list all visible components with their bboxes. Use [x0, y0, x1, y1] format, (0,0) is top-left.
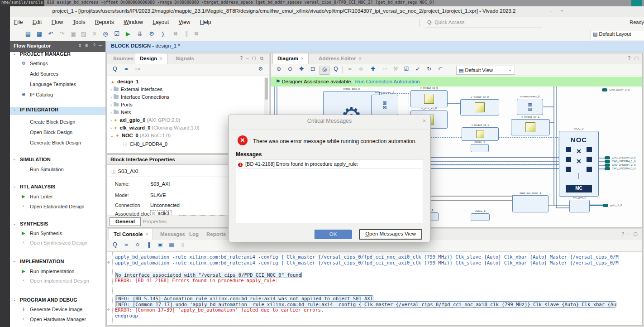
port-pill[interactable]: [602, 88, 607, 91]
add-ip-icon[interactable]: ✚: [368, 66, 377, 74]
fn-section-rtl-analysis[interactable]: ⌄RTL ANALYSIS: [10, 184, 105, 192]
menu-tools[interactable]: Tools: [68, 17, 89, 27]
zoom-out-icon[interactable]: ⊖: [286, 66, 295, 74]
fn-item-generate-device-image[interactable]: ⇓Generate Device Image: [10, 307, 105, 315]
search-icon[interactable]: Q: [110, 241, 119, 250]
block-v-frmbuf-wr-1[interactable]: v_frmbuf_wr_1: [511, 119, 550, 135]
settings-gear-icon[interactable]: ⚙: [147, 30, 156, 38]
collapse-icon[interactable]: ≍: [345, 66, 354, 74]
tab-tcl-console[interactable]: Tcl Console×: [109, 229, 153, 240]
port-pill[interactable]: [603, 204, 608, 207]
float-panel-icon[interactable]: ⧉: [260, 56, 263, 61]
regenerate-layout-icon[interactable]: ↻: [425, 66, 434, 74]
fn-section-program-debug[interactable]: ⌄PROGRAM AND DEBUG: [10, 297, 105, 305]
menu-layout[interactable]: Layout: [148, 17, 173, 27]
fn-item-open-synthesized-design[interactable]: ›Open Synthesized Design: [10, 240, 105, 248]
tree-interface-connections[interactable]: ›Interface Connections: [110, 94, 169, 100]
maximize-panel-icon[interactable]: ▢: [634, 56, 639, 61]
collapse-all-icon[interactable]: ≍: [122, 241, 131, 250]
table-icon[interactable]: ▦: [167, 241, 176, 250]
maximize-panel-icon[interactable]: ▢: [252, 56, 256, 61]
open-messages-view-button[interactable]: Open Messages View: [359, 229, 422, 240]
tree-noc0[interactable]: ⌄✦NOC_0 (AXI NoC:1.0): [110, 133, 171, 138]
help-icon[interactable]: ?: [621, 231, 624, 236]
port-ch0-lpddr4-0[interactable]: CH0_LPDDR4_0_0: [612, 156, 635, 159]
wrench-icon[interactable]: ⚒: [391, 66, 400, 74]
expand-icon[interactable]: ≎: [357, 66, 366, 74]
pause-output-icon[interactable]: ∥: [144, 241, 153, 250]
port-pill[interactable]: [605, 167, 610, 170]
help-icon[interactable]: ?: [628, 56, 630, 61]
fn-item-run-simulation[interactable]: Run Simulation: [10, 167, 105, 175]
block-v-frmbuf-wr-0[interactable]: v_frmbuf_wr_0: [460, 99, 499, 115]
fn-item-run-implementation[interactable]: ▶Run Implementation: [10, 269, 105, 277]
block-smartconnect-0[interactable]: smartconnect_0 ⊠⊠: [517, 99, 543, 115]
delete-icon[interactable]: ✕: [90, 30, 99, 38]
zoom-selection-icon[interactable]: ⊡: [308, 66, 317, 74]
menu-view[interactable]: View: [175, 17, 195, 27]
fn-item-ip-catalog[interactable]: ⊕IP Catalog: [10, 92, 105, 100]
cancel-icon[interactable]: ✖: [192, 30, 201, 38]
port-pill[interactable]: [605, 160, 610, 163]
pin-icon[interactable]: ➶: [413, 66, 422, 74]
ok-button[interactable]: OK: [315, 230, 352, 239]
fn-item-run-linter[interactable]: ▶Run Linter: [10, 194, 105, 202]
open-project-icon[interactable]: ▤: [24, 30, 33, 38]
save-icon[interactable]: ▦: [35, 30, 44, 38]
menu-window[interactable]: Window: [119, 17, 147, 27]
tab-signals[interactable]: Signals: [171, 53, 199, 64]
menu-file[interactable]: File: [10, 17, 27, 27]
block-smartconnect-1[interactable]: smartconnect_1 ⊠⊠: [371, 95, 398, 115]
sigma-icon[interactable]: ∑: [159, 30, 168, 38]
maximize-button[interactable]: ▫: [558, 8, 566, 15]
port-ch0-lpddr4-2[interactable]: CH0_LPDDR4_2_0: [612, 164, 635, 166]
menu-reports[interactable]: Reports: [91, 17, 118, 27]
redo-icon[interactable]: ↷: [57, 30, 67, 38]
minimize-panel-icon[interactable]: ─: [246, 56, 249, 61]
block-xlslice-4[interactable]: xlslice_4: [471, 144, 489, 152]
tab-reports[interactable]: Reports: [202, 229, 230, 240]
port-pill[interactable]: [605, 156, 610, 159]
tree-nets[interactable]: ›Nets: [110, 110, 131, 115]
scrollbar-thumb[interactable]: [265, 78, 268, 100]
tree-ports[interactable]: ›Ports: [110, 102, 133, 107]
tab-properties[interactable]: Properties: [143, 219, 167, 224]
close-icon[interactable]: ×: [145, 232, 148, 237]
dialog-title[interactable]: Critical Messages: [229, 115, 430, 130]
pause-icon[interactable]: ∥: [182, 30, 191, 38]
tab-general[interactable]: General: [110, 217, 141, 226]
validate-icon[interactable]: ☑: [112, 30, 121, 38]
make-connection-icon[interactable]: ▱: [380, 66, 389, 74]
fn-section-simulation[interactable]: ⌄SIMULATION: [10, 157, 105, 165]
block-v-frmbuf-rd-0[interactable]: v_frmbuf_rd_0: [410, 90, 448, 107]
run-icon[interactable]: ▶: [124, 30, 133, 38]
autofit-target-icon[interactable]: ◎: [320, 66, 329, 75]
tab-diagram[interactable]: Diagram×: [272, 53, 309, 64]
tree-design1[interactable]: ▲design_1: [110, 79, 139, 84]
maximize-panel-icon[interactable]: ▢: [634, 231, 638, 236]
quick-access-input[interactable]: Q·Quick Access: [425, 19, 542, 28]
interface-icon[interactable]: ⊂: [436, 66, 445, 74]
fn-section-implementation[interactable]: ⌄IMPLEMENTATION: [10, 259, 105, 267]
fn-item-open-block-design[interactable]: Open Block Design: [10, 130, 105, 138]
close-icon[interactable]: ×: [301, 56, 304, 61]
trash-icon[interactable]: ▯: [178, 241, 187, 250]
stop-icon[interactable]: ✖: [171, 30, 180, 38]
close-icon[interactable]: ×: [358, 56, 361, 61]
console-output[interactable]: ⊖ ⊖ apply_bd_automation -rule xilinx.com…: [107, 252, 642, 325]
tab-sources[interactable]: Sources: [109, 53, 138, 64]
fn-item-add-sources[interactable]: Add Sources: [10, 71, 105, 79]
tab-address-editor[interactable]: Address Editor×: [314, 53, 366, 64]
fn-section-synthesis[interactable]: ⌄SYNTHESIS: [10, 221, 105, 229]
fn-section-ip-integrator[interactable]: ⌄IP INTEGRATOR: [10, 107, 105, 115]
port-ch0-lpddr4-3[interactable]: CH0_LPDDR4_3_0: [612, 167, 635, 170]
tree-axi-gpio[interactable]: ›✦axi_gpio_0 (AXI GPIO:2.0): [110, 117, 180, 123]
run-connection-automation-link[interactable]: Run Connection Automation: [355, 79, 420, 84]
menu-help[interactable]: Help: [196, 17, 215, 27]
fn-item-generate-block-design[interactable]: Generate Block Design: [10, 140, 105, 148]
block-axi-gpio-0[interactable]: axi_gpio_0: [569, 200, 590, 212]
port-pill[interactable]: [605, 164, 610, 167]
tab-design[interactable]: Design×: [135, 53, 167, 64]
help-icon[interactable]: ?: [240, 56, 243, 61]
collapse-marker-icon[interactable]: ⊖: [107, 307, 110, 312]
